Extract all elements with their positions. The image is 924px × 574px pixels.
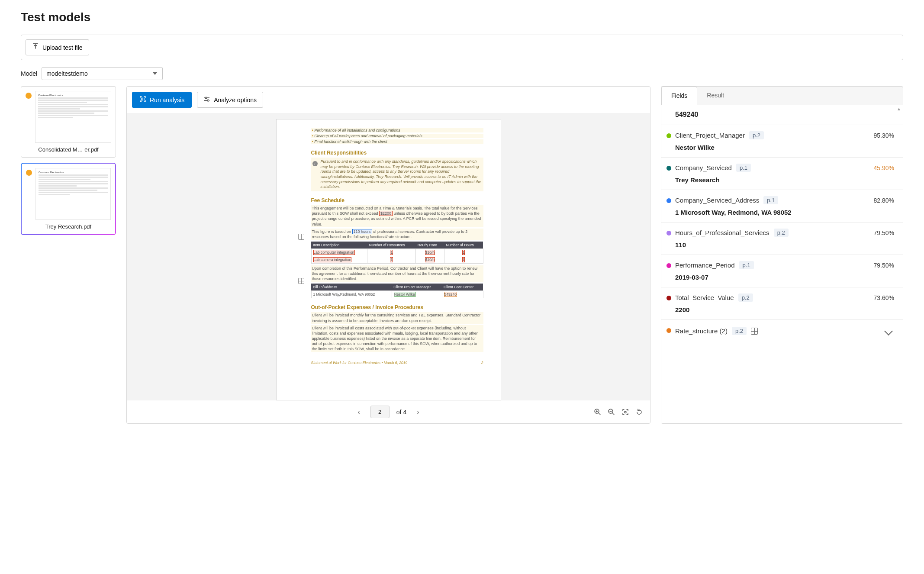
field-value: 1 Microsoft Way, Redmond, WA 98052 — [675, 209, 894, 216]
field-row[interactable]: Client_Project_Manager p.2 95.30% Nestor… — [661, 125, 903, 158]
chevron-down-icon[interactable] — [884, 327, 893, 335]
doc-heading: Client Responsibilities — [311, 150, 483, 156]
tab-fields[interactable]: Fields — [661, 87, 697, 105]
thumbnail-list: Contoso Electronics Consolidated M… er.p… — [21, 86, 116, 235]
thumbnail-filename: Consolidated M… er.pdf — [26, 146, 111, 153]
field-page-badge: p.2 — [732, 327, 747, 335]
run-analysis-button[interactable]: Run analysis — [132, 92, 192, 108]
field-value: 110 — [675, 241, 894, 248]
field-color-dot-icon — [666, 263, 671, 268]
doc-paragraph: Upon completion of this Performance Peri… — [311, 265, 483, 282]
field-row[interactable]: Hours_of_Professional_Serviecs p.2 79.50… — [661, 223, 903, 255]
field-page-badge: p.2 — [749, 131, 764, 139]
svg-point-0 — [205, 97, 207, 99]
model-select[interactable]: modeltestdemo — [42, 67, 163, 80]
field-row: 549240 — [661, 105, 903, 125]
field-confidence: 45.90% — [874, 164, 894, 171]
bill-table: Bill To/Address Client Project Manager C… — [311, 284, 483, 298]
zoom-out-icon[interactable] — [608, 408, 615, 416]
highlight-hours: 110 hours — [352, 229, 372, 234]
svg-point-4 — [625, 411, 626, 413]
field-page-badge: p.1 — [763, 196, 778, 204]
field-color-dot-icon — [666, 133, 671, 138]
info-icon: i — [312, 161, 318, 166]
field-name: Rate_structure (2) — [675, 327, 728, 335]
field-color-dot-icon — [666, 198, 671, 203]
results-panel: Fields Result ▲ 549240 Client_Project_Ma… — [661, 86, 903, 424]
doc-paragraph: This figure is based on 110 hours of pro… — [311, 229, 483, 240]
model-label: Model — [21, 70, 37, 77]
table-icon[interactable] — [298, 234, 304, 240]
thumbnail-item[interactable]: Contoso Electronics Trey Research.pdf — [21, 163, 116, 235]
page-of-text: of 4 — [396, 409, 406, 416]
next-page-button[interactable]: › — [413, 406, 422, 418]
field-color-dot-icon — [666, 328, 671, 333]
field-page-badge: p.1 — [736, 164, 751, 172]
table-icon — [751, 328, 758, 335]
rate-table: Item Description Number of Resources Hou… — [311, 242, 483, 264]
doc-paragraph: This engagement will be conducted on a T… — [311, 205, 483, 227]
field-color-dot-icon — [666, 166, 671, 171]
doc-paragraph: Client will be invoiced monthly for the … — [311, 312, 483, 323]
doc-bullets: Performance of all installations and con… — [311, 128, 483, 144]
upload-button[interactable]: Upload test file — [26, 39, 89, 55]
field-page-badge: p.2 — [738, 293, 753, 302]
field-row[interactable]: Company_Serviced p.1 45.90% Trey Researc… — [661, 158, 903, 190]
field-name: Total_Service_Value — [675, 294, 734, 301]
doc-footer: Statement of Work for Contoso Electronic… — [311, 361, 483, 365]
upload-button-label: Upload test file — [42, 44, 83, 51]
fields-list[interactable]: ▲ 549240 Client_Project_Manager p.2 95.3… — [661, 105, 903, 423]
field-color-dot-icon — [666, 231, 671, 235]
doc-note: i Pursuant to and in conformance with an… — [311, 158, 483, 191]
table-icon[interactable] — [298, 278, 304, 284]
field-name: Company_Serviced_Address — [675, 197, 759, 204]
doc-heading: Fee Schedule — [311, 197, 483, 203]
tab-result[interactable]: Result — [697, 87, 734, 105]
field-row-expandable[interactable]: Rate_structure (2) p.2 — [661, 320, 903, 342]
field-value: Nestor Wilke — [675, 144, 894, 151]
field-row[interactable]: Performance_Period p.1 79.50% 2019-03-07 — [661, 255, 903, 287]
page-title: Test models — [21, 10, 903, 24]
doc-heading: Out-of-Pocket Expenses / Invoice Procedu… — [311, 304, 483, 310]
field-confidence: 73.60% — [874, 294, 894, 301]
document-page: Performance of all installations and con… — [276, 119, 501, 400]
thumbnail-filename: Trey Research.pdf — [26, 223, 111, 230]
field-confidence: 82.80% — [874, 197, 894, 204]
model-selected-value: modeltestdemo — [46, 70, 88, 77]
tabs: Fields Result — [661, 87, 903, 105]
thumbnail-preview: Contoso Electronics — [35, 168, 111, 220]
field-page-badge: p.2 — [774, 229, 789, 237]
page-number-input[interactable] — [370, 406, 390, 418]
field-name: Company_Serviced — [675, 164, 732, 171]
document-panel: Run analysis Analyze options Performance… — [126, 86, 650, 424]
field-page-badge: p.1 — [739, 261, 754, 269]
status-dot-icon — [26, 170, 32, 176]
field-value: Trey Research — [675, 176, 894, 184]
field-confidence: 95.30% — [874, 132, 894, 139]
analyze-options-button[interactable]: Analyze options — [197, 92, 263, 108]
scan-icon — [139, 96, 146, 104]
fit-region-icon[interactable] — [621, 408, 629, 416]
status-dot-icon — [26, 93, 32, 99]
rotate-icon[interactable] — [635, 408, 643, 416]
field-name: Client_Project_Manager — [675, 132, 745, 139]
highlight-total-value: $2200 — [379, 211, 393, 216]
field-value: 549240 — [675, 111, 894, 119]
field-value: 2200 — [675, 306, 894, 313]
prev-page-button[interactable]: ‹ — [354, 406, 363, 418]
document-viewport[interactable]: Performance of all installations and con… — [127, 113, 650, 400]
upload-icon — [32, 43, 39, 52]
pager: ‹ of 4 › — [127, 400, 650, 423]
model-row: Model modeltestdemo — [21, 67, 903, 80]
field-row[interactable]: Company_Serviced_Address p.1 82.80% 1 Mi… — [661, 190, 903, 223]
analyze-options-label: Analyze options — [214, 97, 257, 103]
field-value: 2019-03-07 — [675, 274, 894, 281]
field-row[interactable]: Total_Service_Value p.2 73.60% 2200 — [661, 287, 903, 320]
svg-point-1 — [207, 100, 209, 101]
run-analysis-label: Run analysis — [150, 97, 184, 103]
sliders-icon — [203, 96, 210, 104]
thumbnail-item[interactable]: Contoso Electronics Consolidated M… er.p… — [21, 86, 116, 158]
zoom-in-icon[interactable] — [594, 408, 602, 416]
field-color-dot-icon — [666, 296, 671, 300]
field-confidence: 79.50% — [874, 262, 894, 269]
